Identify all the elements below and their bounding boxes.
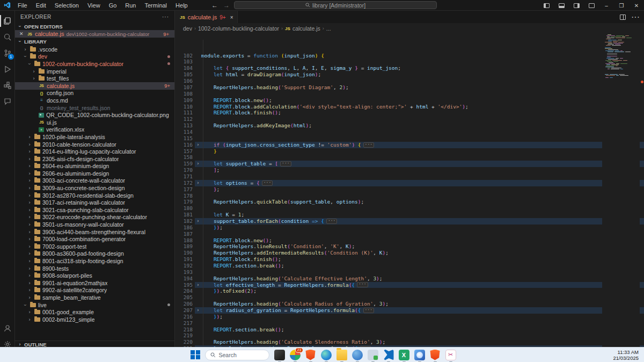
tree-item-1020-pile-lateral-analysis[interactable]: ›1020-pile-lateral-analysis — [15, 133, 174, 141]
tree-item--vscode[interactable]: ›.vscode — [15, 46, 174, 53]
menu-help[interactable]: Help — [172, 1, 192, 10]
minimap[interactable] — [602, 33, 640, 354]
code-line-113[interactable]: 113 ReportHelpers.addKeyImage(html); — [175, 122, 644, 129]
code-line-216[interactable]: 216 }); — [175, 314, 644, 320]
taskbar-icon-dark-window-app[interactable] — [274, 350, 285, 360]
toggle-sidebar-icon[interactable] — [539, 0, 554, 11]
library-section[interactable]: ›LIBRARY — [15, 38, 174, 45]
code-line-177[interactable]: 177 }; — [175, 186, 644, 193]
menu-run[interactable]: Run — [121, 1, 140, 10]
code-line-193[interactable]: 193 — [175, 269, 644, 276]
code-line-178[interactable]: 178 — [175, 193, 644, 199]
tree-item-3017-aci-retaining-wall-calculator[interactable]: ›3017-aci-retaining-wall-calculator — [15, 199, 174, 206]
explorer-actions-icon[interactable]: ··· — [162, 14, 169, 20]
code-line-103[interactable]: 103 — [175, 59, 644, 65]
taskbar-icon-vscode[interactable] — [383, 350, 394, 360]
tree-item-8001-aci318-strip-footing-design[interactable]: ›8001-aci318-strip-footing-design — [15, 257, 174, 265]
code-editor[interactable]: 102module.exports = function (input_json… — [175, 33, 644, 354]
tree-item-verification-xlsx[interactable]: xverification.xlsx — [15, 126, 174, 134]
menu-edit[interactable]: Edit — [32, 1, 50, 10]
code-line-189[interactable]: 189 ReportHelpers.lineResult('Condition'… — [175, 243, 644, 250]
taskbar-icon-brave-browser[interactable] — [305, 350, 316, 360]
menu-terminal[interactable]: Terminal — [141, 1, 171, 10]
nav-back-icon[interactable]: ← — [210, 2, 219, 9]
code-line-206[interactable]: 206 ReportHelpers.heading('Calculate Rad… — [175, 301, 644, 307]
close-icon[interactable]: ✕ — [19, 31, 25, 37]
code-line-192[interactable]: 192 REPORT.section.break(); — [175, 263, 644, 269]
tree-item-sample-beam-iterative[interactable]: ›sample_beam_iterative — [15, 294, 174, 301]
restore-button[interactable]: ❐ — [614, 0, 629, 11]
toggle-secondary-sidebar-icon[interactable] — [569, 0, 584, 11]
menu-view[interactable]: View — [84, 1, 104, 10]
tree-item-7002-support-test[interactable]: ›7002-support-test — [15, 243, 174, 250]
fold-chevron-icon[interactable]: › — [195, 142, 201, 148]
code-line-220[interactable]: 220 ReportHelpers.heading('Calculate Sle… — [175, 339, 644, 345]
tree-item-calculate-js[interactable]: JScalculate.js9+ — [15, 82, 174, 90]
breadcrumb[interactable]: dev›1002-column-buckling-calculator›JSca… — [175, 24, 644, 33]
extensions-icon[interactable] — [0, 77, 15, 93]
taskbar-clock[interactable]: 11:33 AM 21/03/2025 — [613, 347, 639, 362]
taskbar-icon-file-explorer[interactable] — [336, 350, 347, 360]
code-line-179[interactable]: 179 ReportHelpers.quickTable(support_tab… — [175, 199, 644, 205]
code-line-219[interactable]: 219 — [175, 332, 644, 339]
taskbar-icon-excel-like-app[interactable] — [399, 350, 409, 360]
code-line-195[interactable]: 195› let effective_length = ReportHelper… — [175, 282, 644, 288]
minimize-button[interactable]: – — [599, 0, 614, 11]
tree-item-9008-solarport-piles[interactable]: ›9008-solarport-piles — [15, 272, 174, 279]
folded-region-ellipsis[interactable]: ··· — [357, 282, 368, 287]
taskbar-icon-shield-app[interactable] — [430, 350, 441, 360]
code-line-107[interactable]: 107 ReportHelpers.heading('Support Diagr… — [175, 84, 644, 91]
chat-icon[interactable] — [0, 93, 15, 110]
split-editor-icon[interactable] — [620, 15, 626, 20]
code-line-108[interactable]: 108 — [175, 91, 644, 97]
code-line-190[interactable]: 190 ReportHelpers.addIntermediateResults… — [175, 250, 644, 256]
code-line-170[interactable]: 170 ]; — [175, 167, 644, 173]
fold-chevron-icon[interactable]: › — [195, 161, 201, 167]
taskbar-icon-snipping-app[interactable] — [445, 350, 456, 360]
code-line-204[interactable]: 204 }).toFixed(2); — [175, 288, 644, 294]
tree-item-monkey-test-results-json[interactable]: {}monkey_test_results.json — [15, 104, 174, 112]
code-line-158[interactable]: 158 — [175, 154, 644, 161]
taskbar-icon-edge-browser[interactable] — [321, 350, 332, 360]
tree-item-2604-eu-aluminium-design[interactable]: ›2604-eu-aluminium-design — [15, 163, 174, 170]
close-button[interactable]: ✕ — [629, 0, 644, 11]
source-control-icon[interactable]: 1 — [0, 45, 15, 61]
tab-calculate-js[interactable]: JS calculate.js 9+ × — [175, 11, 238, 23]
menu-file[interactable]: File — [14, 1, 31, 10]
tree-item-0002-bmi123-simple[interactable]: ›0002-bmi123_simple — [15, 316, 174, 323]
taskbar-icon-photos-app[interactable] — [414, 350, 425, 360]
code-line-114[interactable]: 114 — [175, 129, 644, 135]
tree-item-0001-good-example[interactable]: ›0001-good_example — [15, 308, 174, 316]
tree-item-test-files[interactable]: ›test_files — [15, 75, 174, 82]
code-line-106[interactable]: 106 — [175, 78, 644, 84]
tree-item-2014-eu-lifting-lug-capacity-calculator[interactable]: ›2014-eu-lifting-lug-capacity-calculator — [15, 148, 174, 155]
code-line-181[interactable]: 181 let K = 1; — [175, 212, 644, 218]
breadcrumb-item[interactable]: ... — [326, 25, 331, 32]
code-line-157[interactable]: 157 } — [175, 148, 644, 155]
tree-item-config-json[interactable]: {}config.json — [15, 90, 174, 97]
code-line-187[interactable]: 187 — [175, 231, 644, 237]
menu-selection[interactable]: Selection — [51, 1, 83, 10]
account-icon[interactable] — [0, 320, 15, 336]
tree-item-3012-as2870-residential-slab-design[interactable]: ›3012-as2870-residential-slab-design — [15, 192, 174, 199]
editor-more-actions-icon[interactable]: ··· — [631, 12, 640, 22]
open-editor-item[interactable]: ✕ JS calculate.js dev\1002-column-buckli… — [15, 30, 174, 38]
tree-item-9901-ai-equation2mathjax[interactable]: ›9901-ai-equation2mathjax — [15, 279, 174, 287]
folded-region-ellipsis[interactable]: ··· — [326, 219, 337, 224]
tree-item-8900-tests[interactable]: ›8900-tests — [15, 265, 174, 272]
tree-item-2606-eu-aluminium-design[interactable]: ›2606-eu-aluminium-design — [15, 170, 174, 177]
tree-item-docs-md[interactable]: ≡docs.md — [15, 97, 174, 104]
folded-region-ellipsis[interactable]: ··· — [262, 180, 273, 186]
tree-item-2305-aisi-cfs-design-calculator[interactable]: ›2305-aisi-cfs-design-calculator — [15, 155, 174, 163]
tree-item-3003-aci-concrete-wall-calculator[interactable]: ›3003-aci-concrete-wall-calculator — [15, 177, 174, 185]
code-line-112[interactable]: 112 — [175, 116, 644, 122]
code-line-115[interactable]: 115 — [175, 135, 644, 142]
folded-region-ellipsis[interactable]: ··· — [363, 142, 374, 148]
tree-item-live[interactable]: ›live — [15, 301, 174, 309]
folded-region-ellipsis[interactable]: ··· — [280, 161, 291, 166]
explorer-icon[interactable] — [0, 13, 15, 29]
taskbar-icon-blue-sphere-app[interactable] — [352, 350, 363, 360]
tree-item-9902-ai-satellite2category[interactable]: ›9902-ai-satellite2category — [15, 287, 174, 294]
code-line-111[interactable]: 111 REPORT.block.finish(); — [175, 110, 644, 116]
code-line-188[interactable]: 188 REPORT.block.new(); — [175, 237, 644, 244]
